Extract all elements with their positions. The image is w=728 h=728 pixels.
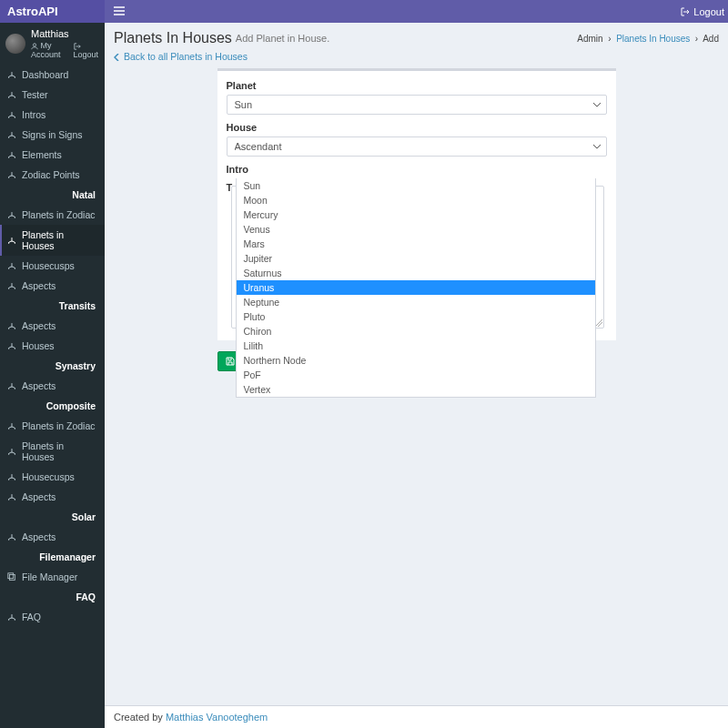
sidebar-header-natal: Natal [0, 185, 105, 205]
sidebar-item-faq[interactable]: FAQ [0, 607, 105, 627]
brand-logo[interactable]: AstroAPI [0, 0, 105, 23]
sidebar-header-transits: Transits [0, 296, 105, 316]
sidebar-item-label: Tester [22, 89, 48, 100]
sidebar-item-aspects-synastry[interactable]: Aspects [0, 376, 105, 396]
sidebar: Matthias My Account Logout DashboardTest… [0, 23, 105, 728]
breadcrumb-admin[interactable]: Admin [577, 34, 602, 44]
sidebar-item-elements[interactable]: Elements [0, 145, 105, 165]
page-title: Planets In Houses [114, 30, 232, 46]
sidebar-item-planets-in-zodiac-comp[interactable]: Planets in Zodiac [0, 416, 105, 436]
logout-icon [681, 7, 690, 16]
breadcrumb-current: Add [703, 34, 719, 44]
sidebar-item-label: Housecusps [22, 260, 75, 271]
sidebar-item-label: Intros [22, 109, 46, 120]
sidebar-item-label: Aspects [22, 531, 56, 542]
planet-dropdown-list[interactable]: SunMoonMercuryVenusMarsJupiterSaturnusUr… [236, 178, 596, 398]
dropdown-option[interactable]: Pluto [237, 309, 595, 324]
sidebar-item-label: Planets in Zodiac [22, 209, 96, 220]
logout-link[interactable]: Logout [681, 6, 728, 17]
dropdown-option[interactable]: Jupiter [237, 251, 595, 266]
sidebar-item-planets-in-houses[interactable]: Planets in Houses [0, 225, 105, 256]
dropdown-option[interactable]: Chiron [237, 324, 595, 339]
svg-point-0 [33, 43, 35, 46]
sidebar-item-label: Houses [22, 340, 55, 351]
sidebar-item-label: Elements [22, 149, 62, 160]
sidebar-item-label: File Manager [22, 571, 77, 582]
sidebar-toggle[interactable] [105, 5, 134, 18]
sidebar-item-tester[interactable]: Tester [0, 85, 105, 105]
dropdown-option[interactable]: Moon [237, 193, 595, 207]
logout-label: Logout [693, 6, 724, 17]
footer: Created by Matthias Vanooteghem [105, 705, 728, 728]
save-icon [226, 357, 235, 366]
sidebar-item-label: Aspects [22, 380, 56, 391]
sidebar-item-planets-in-zodiac[interactable]: Planets in Zodiac [0, 205, 105, 225]
intro-label: Intro [227, 164, 607, 175]
sidebar-item-signs-in-signs[interactable]: Signs in Signs [0, 125, 105, 145]
dropdown-option[interactable]: Northern Node [237, 353, 595, 368]
sidebar-header-filemanager: Filemanager [0, 547, 105, 567]
user-logout-link[interactable]: Logout [74, 41, 99, 59]
sidebar-item-label: FAQ [22, 612, 41, 622]
sidebar-item-planets-in-houses-comp[interactable]: Planets in Houses [0, 436, 105, 467]
sidebar-item-label: Aspects [22, 491, 56, 502]
planet-label: Planet [227, 80, 607, 91]
sidebar-item-dashboard[interactable]: Dashboard [0, 65, 105, 85]
sidebar-item-housecusps-comp[interactable]: Housecusps [0, 467, 105, 487]
breadcrumb: Admin › Planets In Houses › Add [577, 34, 719, 44]
svg-rect-1 [10, 575, 15, 581]
sidebar-item-label: Housecusps [22, 471, 75, 482]
house-label: House [227, 122, 607, 133]
my-account-link[interactable]: My Account [31, 41, 70, 59]
sidebar-header-solar: Solar [0, 507, 105, 527]
user-panel: Matthias My Account Logout [0, 23, 105, 65]
sidebar-item-label: Aspects [22, 280, 56, 291]
sidebar-item-label: Planets in Houses [22, 440, 97, 462]
content-header: Planets In Houses Add Planet in House. A… [105, 23, 728, 50]
dropdown-option[interactable]: Neptune [237, 295, 595, 309]
dropdown-option[interactable]: Venus [237, 222, 595, 237]
form-box: Planet Sun House Ascendant Intro SunMoon… [217, 68, 616, 340]
sidebar-item-aspects[interactable]: Aspects [0, 276, 105, 296]
sidebar-item-label: Planets in Houses [22, 229, 97, 251]
sidebar-header-faq: FAQ [0, 587, 105, 607]
sidebar-item-zodiac-points[interactable]: Zodiac Points [0, 165, 105, 185]
svg-rect-2 [8, 573, 14, 579]
avatar [5, 34, 25, 54]
chevron-left-icon [114, 54, 121, 61]
dropdown-option[interactable]: Saturnus [237, 266, 595, 280]
sidebar-item-file-manager[interactable]: File Manager [0, 567, 105, 587]
breadcrumb-section[interactable]: Planets In Houses [616, 34, 690, 44]
dropdown-option[interactable]: Lilith [237, 339, 595, 353]
back-link[interactable]: Back to all Planets in Houses [114, 51, 248, 62]
sidebar-item-aspects-transits[interactable]: Aspects [0, 316, 105, 336]
sidebar-item-label: Signs in Signs [22, 129, 83, 140]
planet-select[interactable]: Sun [227, 95, 607, 115]
sidebar-item-label: Dashboard [22, 69, 68, 80]
dropdown-option[interactable]: Mars [237, 237, 595, 251]
dropdown-option[interactable]: Vertex [237, 382, 595, 397]
dropdown-option[interactable]: PoF [237, 368, 595, 382]
dropdown-option[interactable]: Sun [237, 178, 595, 193]
sidebar-item-label: Zodiac Points [22, 169, 80, 180]
sidebar-item-aspects-comp[interactable]: Aspects [0, 487, 105, 507]
sidebar-item-label: Aspects [22, 320, 56, 331]
dropdown-option[interactable]: Uranus [237, 280, 595, 295]
dropdown-option[interactable]: Mercury [237, 207, 595, 222]
sidebar-item-intros[interactable]: Intros [0, 105, 105, 125]
sidebar-item-aspects-solar[interactable]: Aspects [0, 527, 105, 547]
user-name: Matthias [31, 28, 99, 39]
house-select[interactable]: Ascendant [227, 136, 607, 157]
sidebar-item-houses[interactable]: Houses [0, 336, 105, 356]
page-subtitle: Add Planet in House. [236, 33, 329, 44]
footer-author-link[interactable]: Matthias Vanooteghem [166, 712, 268, 723]
sidebar-header-composite: Composite [0, 396, 105, 416]
sidebar-item-label: Planets in Zodiac [22, 420, 96, 431]
sidebar-item-housecusps[interactable]: Housecusps [0, 256, 105, 276]
sidebar-header-synastry: Synastry [0, 356, 105, 376]
